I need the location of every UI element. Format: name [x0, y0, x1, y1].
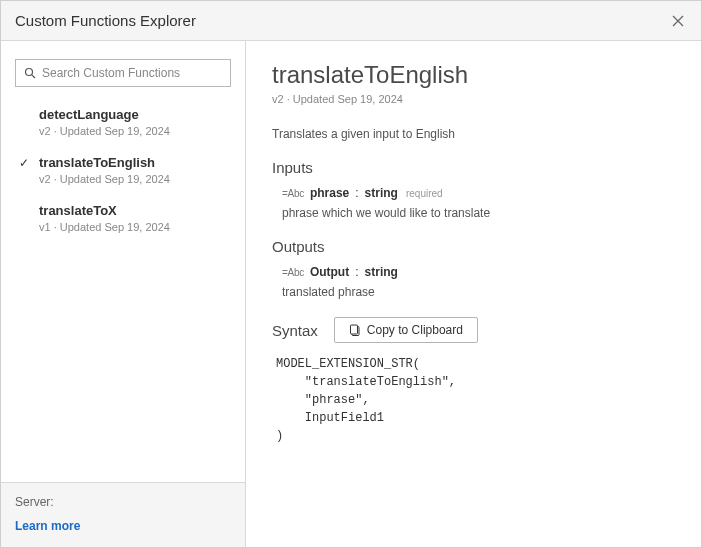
- body: detectLanguagev2 · Updated Sep 19, 2024✓…: [1, 41, 701, 547]
- detail-description: Translates a given input to English: [272, 127, 675, 141]
- sidebar-item-function[interactable]: detectLanguagev2 · Updated Sep 19, 2024: [15, 101, 231, 149]
- search-field[interactable]: [15, 59, 231, 87]
- search-icon: [24, 67, 36, 79]
- input-param-row: =Abcphrase:stringrequired: [282, 186, 675, 200]
- copy-to-clipboard-button[interactable]: Copy to Clipboard: [334, 317, 478, 343]
- type-badge-icon: =Abc: [282, 188, 304, 199]
- param-type: string: [365, 265, 398, 279]
- svg-line-1: [32, 75, 35, 78]
- outputs-block: =AbcOutput:stringtranslated phrase: [272, 265, 675, 299]
- function-meta: v1 · Updated Sep 19, 2024: [39, 221, 227, 233]
- search-input[interactable]: [42, 66, 222, 80]
- window: Custom Functions Explorer detectLanguage…: [0, 0, 702, 548]
- window-title: Custom Functions Explorer: [15, 12, 196, 29]
- function-list: detectLanguagev2 · Updated Sep 19, 2024✓…: [15, 101, 231, 245]
- server-label: Server:: [15, 495, 231, 509]
- titlebar: Custom Functions Explorer: [1, 1, 701, 41]
- sidebar-main: detectLanguagev2 · Updated Sep 19, 2024✓…: [1, 41, 245, 482]
- syntax-heading: Syntax: [272, 322, 318, 339]
- sidebar-item-function[interactable]: ✓translateToEnglishv2 · Updated Sep 19, …: [15, 149, 231, 197]
- svg-point-0: [26, 69, 33, 76]
- sidebar: detectLanguagev2 · Updated Sep 19, 2024✓…: [1, 41, 246, 547]
- inputs-heading: Inputs: [272, 159, 675, 176]
- close-icon[interactable]: [669, 12, 687, 30]
- sidebar-footer: Server: Learn more: [1, 482, 245, 547]
- detail-pane: translateToEnglish v2 · Updated Sep 19, …: [246, 41, 701, 547]
- detail-title: translateToEnglish: [272, 61, 675, 89]
- sidebar-item-function[interactable]: translateToXv1 · Updated Sep 19, 2024: [15, 197, 231, 245]
- param-type: string: [365, 186, 398, 200]
- clipboard-icon: [349, 324, 361, 337]
- param-name: phrase: [310, 186, 349, 200]
- syntax-row: Syntax Copy to Clipboard: [272, 317, 675, 343]
- param-desc: phrase which we would like to translate: [282, 206, 675, 220]
- outputs-heading: Outputs: [272, 238, 675, 255]
- param-required: required: [406, 188, 443, 199]
- copy-button-label: Copy to Clipboard: [367, 323, 463, 337]
- detail-subtitle: v2 · Updated Sep 19, 2024: [272, 93, 675, 105]
- function-meta: v2 · Updated Sep 19, 2024: [39, 125, 227, 137]
- type-badge-icon: =Abc: [282, 267, 304, 278]
- learn-more-link[interactable]: Learn more: [15, 519, 231, 533]
- inputs-block: =Abcphrase:stringrequiredphrase which we…: [272, 186, 675, 220]
- function-name: translateToX: [39, 203, 227, 218]
- output-param-row: =AbcOutput:string: [282, 265, 675, 279]
- param-name: Output: [310, 265, 349, 279]
- param-desc: translated phrase: [282, 285, 675, 299]
- function-meta: v2 · Updated Sep 19, 2024: [39, 173, 227, 185]
- svg-rect-3: [350, 325, 357, 334]
- syntax-code: MODEL_EXTENSION_STR( "translateToEnglish…: [276, 355, 675, 445]
- function-name: translateToEnglish: [39, 155, 227, 170]
- check-icon: ✓: [19, 156, 29, 170]
- function-name: detectLanguage: [39, 107, 227, 122]
